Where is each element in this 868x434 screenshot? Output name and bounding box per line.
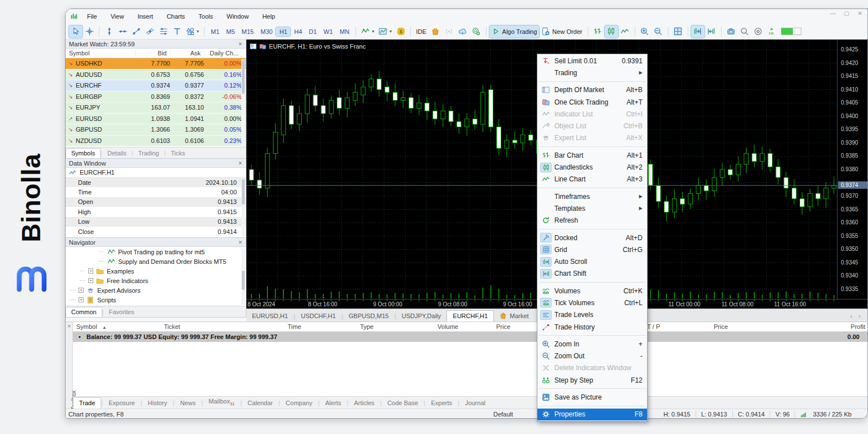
context-menu-item-refresh[interactable]: Refresh [537,215,647,227]
auto-scroll-button[interactable] [691,25,705,38]
context-menu-item-volumes[interactable]: VolumesCtrl+K [537,285,647,297]
news-icon[interactable] [470,25,483,38]
indicator-window-button[interactable]: ▾ [376,25,394,38]
one-click-mini-icon[interactable] [259,43,266,50]
context-menu-item-line-chart[interactable]: Line ChartAlt+3 [537,173,647,185]
context-menu-item-step-by-step[interactable]: Step by StepF12 [537,374,647,386]
navigator-item[interactable]: +Expert Advisors [66,285,246,295]
line-chart-button[interactable] [618,25,632,38]
market-watch-row-audusd[interactable]: ↘AUDUSD0.67530.67560.16% [66,70,246,81]
toolbox-tab-company[interactable]: Company [280,398,318,409]
context-menu-item-timeframes[interactable]: Timeframes▶ [537,190,647,202]
timeframe-m5[interactable]: M5 [223,27,238,36]
market-watch-row-eurusd[interactable]: ↗EURUSD1.09381.09410.00% [66,114,246,125]
chart-tab-usdjpy-daily[interactable]: USDJPY,Daily [396,311,447,322]
navigator-tab-common[interactable]: Common [66,307,102,317]
expand-icon[interactable]: + [79,288,84,293]
trade-column-volume[interactable]: Volume [377,323,462,330]
search-icon[interactable] [738,25,752,38]
context-menu-item-candlesticks[interactable]: CandlesticksAlt+2 [537,161,647,173]
toolbox-tab-code-base[interactable]: Code Base [381,398,423,409]
new-order-button[interactable]: New Order [539,25,584,38]
toolbox-tab-articles[interactable]: Articles [349,398,380,409]
trade-column-symbol[interactable]: Symbol ▲ [73,323,160,330]
context-menu-item-zoom-in[interactable]: Zoom In+ [537,338,647,350]
market-watch-row-nzdusd[interactable]: ↘NZDUSD0.61030.61060.23% [66,136,246,147]
chart-tab-eurusd-h1[interactable]: EURUSD,H1 [246,311,294,322]
shapes-tool[interactable]: ▾ [184,25,201,38]
context-menu-item-auto-scroll[interactable]: Auto Scroll [537,255,647,267]
column-header-bid[interactable]: Bid [135,50,170,57]
menubar-item-window[interactable]: Window [220,11,255,22]
expand-icon[interactable]: + [88,268,93,274]
horizontal-line-tool[interactable] [116,25,129,38]
currency-icon[interactable]: $ [394,25,407,38]
menubar-item-charts[interactable]: Charts [160,11,192,22]
close-window-button[interactable]: ✕ [856,10,864,16]
toolbox-tab-exposure[interactable]: Exposure [103,398,140,409]
channel-tool[interactable] [143,25,157,38]
text-tool[interactable] [170,25,184,38]
trade-column-ticket[interactable]: Ticket [160,323,245,330]
timeframe-w1[interactable]: W1 [320,27,337,36]
scrollbar[interactable] [241,59,245,157]
chart-tab-market[interactable]: Market [494,310,535,322]
tab-scroll-arrows[interactable]: ‹ › [845,313,868,322]
context-menu-item-depth-of-market[interactable]: Depth Of MarketAlt+B [537,84,647,96]
navigator-item[interactable]: +Examples [66,266,246,276]
trade-column-t-p[interactable]: T / P [644,323,678,330]
navigator-item[interactable]: +Free Indicators [66,276,246,285]
chart-shift-button[interactable] [705,25,718,38]
scrollbar[interactable] [241,179,245,236]
navigator-tab-favorites[interactable]: Favorites [103,307,139,317]
timeframe-h1[interactable]: H1 [276,27,290,36]
toolbox-tab-news[interactable]: News [175,398,202,409]
trade-column-price[interactable]: Price [678,323,731,330]
market-watch-row-eurgbp[interactable]: ↘EURGBP0.83690.8372-0.06% [66,92,246,103]
market-watch-row-eurchf[interactable]: ↘EURCHF0.93740.93770.12% [66,80,246,92]
trade-column-price[interactable]: Price [462,323,514,330]
context-menu-item-grid[interactable]: GridCtrl+G [537,244,647,255]
trade-column-type[interactable]: Type [305,323,377,330]
market-icon[interactable] [429,25,442,38]
context-menu-item-one-click-trading[interactable]: One Click TradingAlt+T [537,96,647,108]
timeframe-m15[interactable]: M15 [238,27,257,36]
price-axis[interactable]: 0.94250.94200.94150.94100.94050.94000.93… [837,40,868,299]
context-menu-item-templates[interactable]: Templates▶ [537,202,647,214]
tile-windows-button[interactable] [671,25,685,38]
close-icon[interactable]: ✕ [67,324,71,329]
context-menu-item-save-as-picture[interactable]: Save as Picture [537,391,647,403]
zoom-in-button[interactable] [638,25,652,38]
vertical-line-tool[interactable] [102,25,116,38]
fibonacci-tool[interactable] [157,25,170,38]
context-menu-item-bar-chart[interactable]: Bar ChartAlt+1 [537,149,647,161]
timeframe-m1[interactable]: M1 [207,27,223,36]
candlestick-button[interactable] [605,25,618,38]
market-watch-tab-ticks[interactable]: Ticks [166,149,190,158]
menubar-item-tools[interactable]: Tools [192,11,220,22]
toolbox-tab-journal[interactable]: Journal [459,398,491,409]
market-watch-row-eurjpy[interactable]: ↘EURJPY163.07163.100.38% [66,102,246,114]
minimize-window-button[interactable]: — [829,10,837,16]
trendline-tool[interactable] [129,25,143,38]
screenshot-button[interactable] [724,25,738,38]
signals-icon[interactable] [442,25,456,38]
scrollbar[interactable] [241,249,245,305]
close-icon[interactable]: ✕ [238,41,242,47]
column-header-symbol[interactable]: Symbol [66,50,135,57]
market-watch-row-usdhkd[interactable]: ↘USDHKD7.77007.77050.00% [66,58,246,70]
timeframe-h4[interactable]: H4 [290,27,305,36]
close-icon[interactable]: ✕ [238,240,242,245]
chart-tab-usdchf-h1[interactable]: USDCHF,H1 [295,311,341,322]
context-menu-item-sell-limit-0-01[interactable]: Sell Limit 0.010.9391 [537,55,647,67]
status-profile[interactable]: Default [493,411,513,418]
context-menu-item-tick-volumes[interactable]: Tick VolumesCtrl+L [537,297,647,309]
vps-icon[interactable] [456,25,470,38]
context-menu-item-properties[interactable]: PropertiesF8 [537,409,647,420]
zoom-out-button[interactable] [652,25,665,38]
ide-button[interactable]: IDE [414,25,428,38]
market-watch-tab-symbols[interactable]: Symbols [66,148,101,158]
toolbox-tab-calendar[interactable]: Calendar [242,398,279,409]
column-header-ask[interactable]: Ask [170,50,204,57]
timeframe-d1[interactable]: D1 [306,27,320,36]
